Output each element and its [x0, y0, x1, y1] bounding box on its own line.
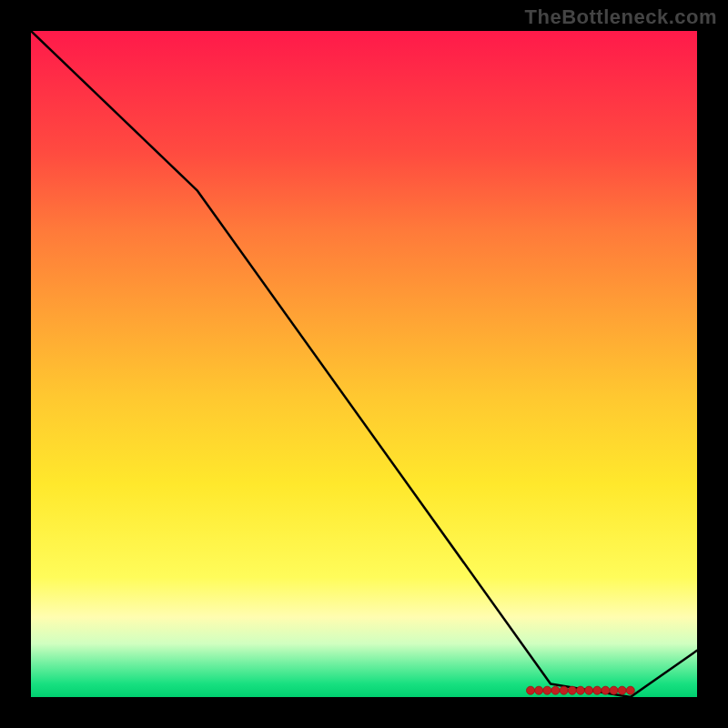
marker-dot [543, 686, 551, 694]
marker-dot [551, 686, 560, 694]
trough-markers [527, 686, 635, 694]
marker-dot [535, 686, 543, 694]
marker-dot [602, 686, 610, 694]
marker-dot [610, 686, 618, 694]
marker-dot [626, 686, 634, 694]
marker-dot [585, 686, 593, 694]
marker-dot [576, 686, 584, 694]
chart-svg [31, 31, 697, 697]
marker-dot [618, 686, 626, 694]
marker-dot [527, 686, 535, 694]
bottleneck-curve [31, 31, 697, 697]
plot-area [31, 31, 697, 697]
watermark-text: TheBottleneck.com [525, 5, 717, 29]
marker-dot [593, 686, 602, 694]
marker-dot [568, 686, 576, 694]
chart-container: TheBottleneck.com [0, 0, 728, 728]
marker-dot [560, 686, 568, 694]
